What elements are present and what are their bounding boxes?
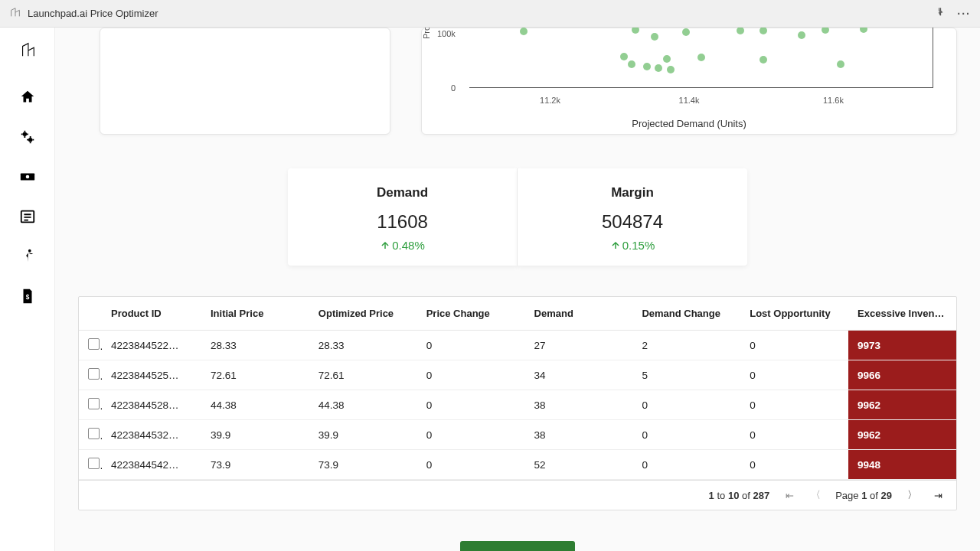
arrow-up-icon <box>610 240 621 251</box>
cell-demand-change: 0 <box>632 390 740 420</box>
cell-lost-opportunity: 0 <box>740 331 848 360</box>
kpi-demand: Demand 11608 0.48% <box>288 168 518 266</box>
cell-initial-price: 44.38 <box>201 390 309 420</box>
scatter-area <box>469 28 933 88</box>
col-demand-change[interactable]: Demand Change <box>632 297 740 331</box>
svg-point-3 <box>25 175 29 179</box>
home-icon[interactable] <box>19 89 36 106</box>
settings-icon[interactable] <box>19 129 36 145</box>
row-checkbox[interactable] <box>88 368 100 380</box>
col-optimized-price[interactable]: Optimized Price <box>309 297 417 331</box>
cell-product-id: 4223844542… <box>102 450 201 480</box>
arrow-up-icon <box>380 240 390 251</box>
cell-excessive-inventory: 9973 <box>848 331 956 360</box>
scatter-point <box>520 28 528 35</box>
kpi-demand-value: 11608 <box>296 211 509 233</box>
row-checkbox[interactable] <box>88 428 100 439</box>
col-product-id[interactable]: Product ID <box>102 297 201 331</box>
row-checkbox[interactable] <box>88 398 100 409</box>
cell-lost-opportunity: 0 <box>740 420 848 450</box>
scatter-point <box>737 28 744 34</box>
col-demand[interactable]: Demand <box>525 297 633 331</box>
scatter-point <box>667 66 675 73</box>
svg-point-0 <box>22 132 26 137</box>
table-row[interactable]: 4223844525…72.6172.61034509966 <box>79 360 956 390</box>
pin-icon[interactable] <box>935 7 946 21</box>
kpi-margin-delta: 0.15% <box>525 239 740 252</box>
col-excessive-inventory[interactable]: Excessive Inven… <box>848 297 956 331</box>
cell-demand: 27 <box>525 331 633 360</box>
scatter-point <box>663 55 671 63</box>
kpi-demand-delta-value: 0.48% <box>392 239 425 252</box>
list-icon[interactable] <box>19 208 36 225</box>
scatter-point <box>822 28 829 34</box>
col-initial-price[interactable]: Initial Price <box>201 297 309 331</box>
sidebar-logo-icon[interactable] <box>19 41 36 58</box>
row-checkbox[interactable] <box>88 338 100 350</box>
pager-first-icon[interactable]: ⇤ <box>783 490 795 501</box>
money-icon[interactable] <box>19 168 36 185</box>
scatter-point <box>760 56 767 64</box>
scatter-point <box>655 64 662 72</box>
more-icon[interactable]: ··· <box>957 8 971 20</box>
table-row[interactable]: 4223844532…39.939.9038009962 <box>79 420 956 450</box>
svg-text:$: $ <box>25 294 29 301</box>
col-price-change[interactable]: Price Change <box>417 297 525 331</box>
cell-price-change: 0 <box>417 450 525 480</box>
range-from: 1 <box>709 490 714 501</box>
cell-demand: 38 <box>525 420 633 450</box>
svg-point-5 <box>28 249 31 253</box>
invoice-icon[interactable]: $ <box>19 288 36 305</box>
scatter-point <box>643 63 651 70</box>
cell-demand: 38 <box>525 390 633 420</box>
cell-optimized-price: 28.33 <box>309 331 417 360</box>
page-indicator: Page 1 of 29 <box>835 490 892 501</box>
cell-product-id: 4223844528… <box>102 390 201 420</box>
pager-next-icon[interactable]: 〉 <box>906 488 918 502</box>
cell-price-change: 0 <box>417 331 525 360</box>
cell-excessive-inventory: 9962 <box>848 390 956 420</box>
page-total: 29 <box>881 490 892 501</box>
kpi-demand-delta: 0.48% <box>296 239 509 252</box>
cell-lost-opportunity: 0 <box>740 360 848 390</box>
main-content: Proj 100k 0 11.2k 11.4k 11.6k Projected … <box>55 28 980 551</box>
cell-demand-change: 2 <box>632 331 740 360</box>
kpi-margin-delta-value: 0.15% <box>622 239 655 252</box>
cell-demand-change: 5 <box>632 360 740 390</box>
col-lost-opportunity[interactable]: Lost Opportunity <box>740 297 848 331</box>
cell-demand: 52 <box>525 450 633 480</box>
range-to: 10 <box>728 490 739 501</box>
of-label: of <box>742 490 750 501</box>
scatter-xtick-1: 11.2k <box>540 96 560 105</box>
to-label: to <box>717 490 725 501</box>
kpi-row: Demand 11608 0.48% Margin 504874 0.15% <box>78 168 957 266</box>
cell-lost-opportunity: 0 <box>740 450 848 480</box>
cell-initial-price: 73.9 <box>201 450 309 480</box>
table-row[interactable]: 4223844528…44.3844.38038009962 <box>79 390 956 420</box>
download-csv-button[interactable]: Download CSV <box>460 541 576 551</box>
scatter-ytick-0: 0 <box>451 83 456 93</box>
scatter-xtick-3: 11.6k <box>823 96 844 105</box>
kpi-margin: Margin 504874 0.15% <box>518 168 747 266</box>
scatter-xtick-2: 11.4k <box>679 96 700 105</box>
row-range: 1 to 10 of 287 <box>709 490 770 501</box>
pager-last-icon[interactable]: ⇥ <box>932 490 944 501</box>
page-of-label: of <box>870 490 878 501</box>
cell-lost-opportunity: 0 <box>740 390 848 420</box>
row-checkbox[interactable] <box>88 458 100 469</box>
svg-point-1 <box>28 138 31 142</box>
cell-product-id: 4223844522… <box>102 331 201 360</box>
table-footer: 1 to 10 of 287 ⇤ 〈 Page 1 of 29 〉 ⇥ <box>79 480 956 510</box>
cell-demand: 34 <box>525 360 633 390</box>
sidebar: $ <box>0 28 55 551</box>
pager-prev-icon[interactable]: 〈 <box>809 488 822 502</box>
cell-initial-price: 72.61 <box>201 360 309 390</box>
table-row[interactable]: 4223844542…73.973.9052009948 <box>79 450 956 480</box>
scatter-point <box>632 28 639 34</box>
running-icon[interactable] <box>19 248 36 265</box>
kpi-demand-title: Demand <box>296 185 509 201</box>
cell-initial-price: 28.33 <box>201 331 309 360</box>
scatter-chart-card: Proj 100k 0 11.2k 11.4k 11.6k Projected … <box>421 28 957 135</box>
table-header-row: Product ID Initial Price Optimized Price… <box>79 297 956 331</box>
table-row[interactable]: 4223844522…28.3328.33027209973 <box>79 331 956 360</box>
